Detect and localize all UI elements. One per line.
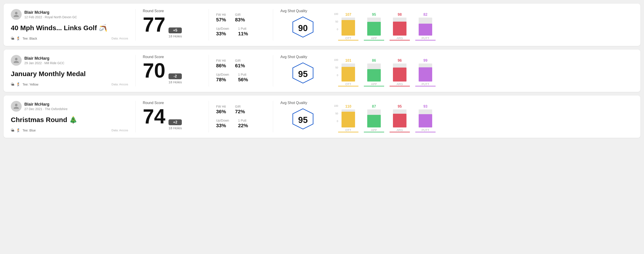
stats-row-top: FW Hit 86% GIR 61% <box>216 59 266 69</box>
user-date: 29 Jan 2022 · Mill Ride GCC <box>24 61 64 65</box>
chart-bar-col-ott: 101 <box>338 59 358 82</box>
card-left: Blair McHarg 29 Jan 2022 · Mill Ride GCC… <box>11 55 128 87</box>
score-modifier-badge: +5 <box>168 27 182 33</box>
chart-bar-fill-putt <box>419 67 432 82</box>
chart-bar-outer-putt <box>419 64 432 82</box>
chart-x-labels: OTT APP ARG PUTT <box>338 82 633 87</box>
chart-bar-outer-ott <box>342 17 355 36</box>
round-card: Blair McHarg 12 Feb 2022 · Royal North D… <box>4 3 640 46</box>
chart-label-putt: PUTT <box>415 82 436 87</box>
oneputt-value: 22% <box>238 123 248 128</box>
user-text: Blair McHarg 29 Jan 2022 · Mill Ride GCC <box>24 56 64 65</box>
chart-bar-col-putt: 82 <box>415 13 436 36</box>
fw-hit-value: 57% <box>216 17 226 23</box>
fw-hit-label: FW Hit <box>216 105 226 108</box>
user-icon <box>13 11 20 17</box>
divider-1 <box>135 9 136 40</box>
card-footer: 🌥 🏌️ Tee: Blue Data: Arccos <box>11 128 128 132</box>
gir-label: GIR <box>235 13 245 16</box>
stat-oneputt: 1 Putt 56% <box>238 73 248 83</box>
score-section: Round Score 70 -2 18 Holes <box>143 55 202 87</box>
quality-label: Avg Shot Quality <box>280 101 307 105</box>
user-info: Blair McHarg 12 Feb 2022 · Royal North D… <box>11 9 128 20</box>
stats-row-top: FW Hit 57% GIR 83% <box>216 13 266 23</box>
chart-bar-fill-app <box>367 115 381 127</box>
chart-value-app: 87 <box>372 105 376 109</box>
updown-value: 33% <box>216 31 229 37</box>
score-section: Round Score 74 +2 18 Holes <box>143 101 202 132</box>
user-text: Blair McHarg 27 Dec 2021 · The Oxfordshi… <box>24 102 68 111</box>
chart-bar-outer-app <box>367 17 381 36</box>
divider-2 <box>209 55 209 87</box>
round-card: Blair McHarg 29 Jan 2022 · Mill Ride GCC… <box>4 50 640 92</box>
chart-inner: 107 95 98 82 <box>338 13 436 36</box>
bag-icon: 🏌️ <box>16 82 21 87</box>
card-footer: 🌥 🏌️ Tee: Black Data: Arccos <box>11 36 128 40</box>
tee-info: 🌥 🏌️ Tee: Black <box>11 36 37 40</box>
tee-label: Tee: Black <box>22 37 37 40</box>
chart-label-ott: OTT <box>338 36 358 40</box>
stat-oneputt: 1 Putt 11% <box>238 27 248 37</box>
user-name: Blair McHarg <box>24 102 68 107</box>
chart-bar-outer-ott <box>342 110 355 127</box>
divider-3 <box>273 9 273 40</box>
hexagon: 95 <box>290 62 315 87</box>
tee-info: 🌥 🏌️ Tee: Blue <box>11 128 36 132</box>
updown-value: 33% <box>216 123 229 128</box>
chart-y-axis: 100 50 0 <box>330 13 338 31</box>
hexagon-container: 95 <box>280 108 326 132</box>
chart-label-app: APP <box>364 82 384 87</box>
chart-bar-fill-ott <box>342 112 355 127</box>
stats-row-top: FW Hit 36% GIR 72% <box>216 105 266 115</box>
stats-row-bottom: Up/Down 33% 1 Putt 11% <box>216 27 266 37</box>
chart-bar-outer-putt <box>419 17 432 36</box>
y-label-0: 0 <box>330 74 338 77</box>
stat-gir: GIR 61% <box>235 59 245 69</box>
quality-section: Avg Shot Quality 95 <box>280 55 326 87</box>
chart-bar-fill-putt <box>419 24 432 36</box>
score-row: 70 -2 18 Holes <box>143 60 202 84</box>
chart-bar-fill-arg <box>393 22 406 36</box>
quality-section: Avg Shot Quality 95 <box>280 101 326 132</box>
chart-bar-fill-app <box>367 69 381 82</box>
y-label-0: 0 <box>330 28 338 31</box>
chart-bar-col-ott: 107 <box>338 13 358 36</box>
chart-section: 100 50 0 110 87 <box>326 101 633 132</box>
divider-3 <box>273 101 273 132</box>
score-badge-group: +2 18 Holes <box>168 119 182 130</box>
holes-label: 18 Holes <box>168 34 182 38</box>
chart-bar-fill-arg <box>393 114 406 127</box>
score-row: 74 +2 18 Holes <box>143 106 202 130</box>
user-date: 27 Dec 2021 · The Oxfordshire <box>24 107 68 111</box>
quality-value: 95 <box>298 115 308 125</box>
bag-icon: 🏌️ <box>16 128 21 132</box>
chart-label-arg: ARG <box>390 82 410 87</box>
y-label-50: 50 <box>330 20 338 23</box>
hexagon-container: 95 <box>280 62 326 87</box>
chart-label-app: APP <box>364 128 384 132</box>
hexagon-container: 90 <box>280 16 326 40</box>
score-label: Round Score <box>143 55 202 59</box>
stat-gir: GIR 72% <box>235 105 245 115</box>
chart-bar-outer-arg <box>393 110 406 127</box>
chart-bar-col-app: 86 <box>364 59 384 82</box>
avatar <box>11 9 22 20</box>
gir-value: 72% <box>235 109 245 115</box>
quality-label: Avg Shot Quality <box>280 9 307 13</box>
gir-label: GIR <box>235 105 245 108</box>
chart-bar-outer-app <box>367 64 381 82</box>
chart-value-putt: 99 <box>424 59 428 63</box>
chart-bar-col-putt: 93 <box>415 105 436 127</box>
stats-row-bottom: Up/Down 33% 1 Putt 22% <box>216 119 266 128</box>
score-row: 77 +5 18 Holes <box>143 14 202 38</box>
stat-updown: Up/Down 78% <box>216 73 229 83</box>
chart-bar-outer-arg <box>393 17 406 36</box>
chart-section: 100 50 0 101 86 <box>326 55 633 87</box>
chart-label-putt: PUTT <box>415 128 436 132</box>
chart-label-arg: ARG <box>390 36 410 40</box>
chart-value-arg: 96 <box>398 59 402 63</box>
avatar <box>11 101 22 112</box>
score-label: Round Score <box>143 101 202 105</box>
data-source: Data: Arccos <box>112 37 128 40</box>
chart-bar-fill-app <box>367 22 381 36</box>
